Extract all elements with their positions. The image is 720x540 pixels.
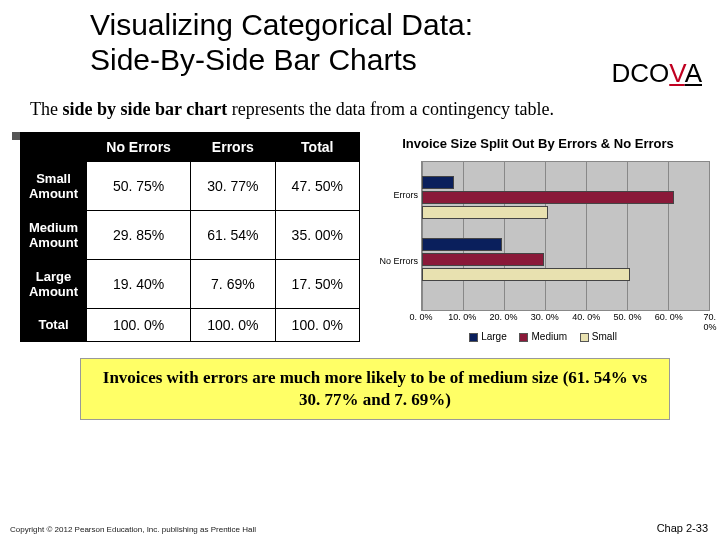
bar-small [422,268,630,281]
dcova-label: DCOVA [611,58,702,89]
bar-small [422,206,548,219]
chart-title: Invoice Size Split Out By Errors & No Er… [366,132,710,161]
bar-medium [422,191,674,204]
table-row: Small Amount50. 75%30. 77%47. 50% [21,162,360,211]
page-number: Chap 2-33 [657,522,708,534]
chart-legend: Large Medium Small [366,331,710,342]
bullet-icon [12,132,20,140]
table-row: Medium Amount29. 85%61. 54%35. 00% [21,210,360,259]
bar-medium [422,253,544,266]
bar-large [422,176,454,189]
copyright-text: Copyright © 2012 Pearson Education, Inc.… [10,525,256,534]
callout-box: Invoices with errors are much more likel… [80,358,670,420]
bar-large [422,238,502,251]
table-row: Total100. 0%100. 0%100. 0% [21,308,360,341]
bar-chart: Invoice Size Split Out By Errors & No Er… [366,132,710,342]
contingency-table: No Errors Errors Total Small Amount50. 7… [20,132,360,342]
table-row: Large Amount19. 40%7. 69%17. 50% [21,259,360,308]
